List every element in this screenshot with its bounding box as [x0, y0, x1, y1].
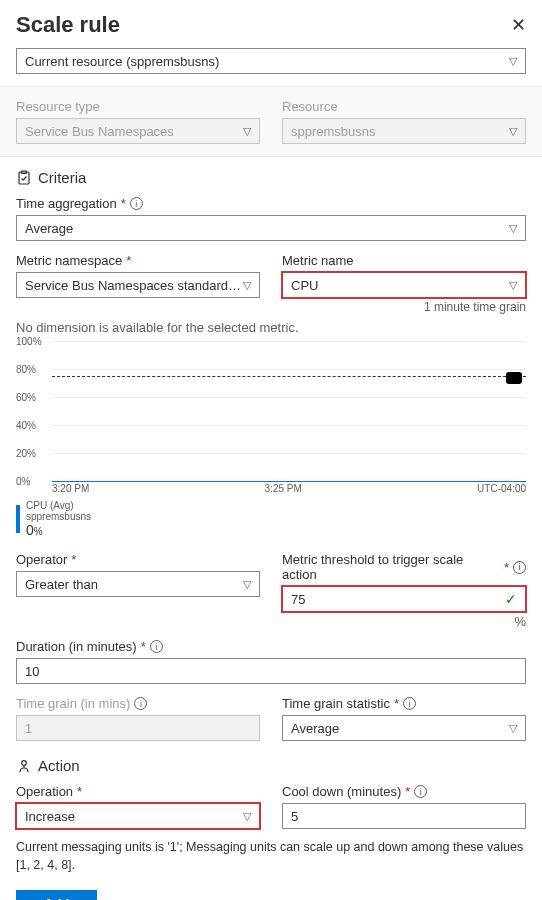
- threshold-label: Metric threshold to trigger scale action: [282, 552, 500, 582]
- chevron-down-icon: ▽: [243, 810, 251, 823]
- legend-series-resource: sppremsbusns: [26, 511, 91, 522]
- time-grain-mins-input: 1: [16, 715, 260, 741]
- duration-input[interactable]: 10: [16, 658, 526, 684]
- chart-timezone: UTC-04:00: [477, 483, 526, 494]
- metric-name-label: Metric name: [282, 253, 354, 268]
- legend-series-name: CPU (Avg): [26, 500, 91, 511]
- operation-value: Increase: [25, 809, 75, 824]
- info-icon[interactable]: i: [403, 697, 416, 710]
- metric-namespace-label: Metric namespace: [16, 253, 122, 268]
- duration-label: Duration (in minutes): [16, 639, 137, 654]
- cooldown-label: Cool down (minutes): [282, 784, 401, 799]
- required-marker: *: [504, 560, 509, 575]
- chevron-down-icon: ▽: [509, 55, 517, 68]
- time-grain-mins-value: 1: [25, 721, 32, 736]
- checkmark-icon: ✓: [505, 591, 517, 607]
- time-grain-mins-label: Time grain (in mins): [16, 696, 130, 711]
- threshold-input[interactable]: 75 ✓: [282, 586, 526, 612]
- metric-chart: 100% 80% 60% 40% 20% 0%: [16, 341, 526, 481]
- duration-value: 10: [25, 664, 39, 679]
- info-icon[interactable]: i: [134, 697, 147, 710]
- resource-scope-select[interactable]: Current resource (sppremsbusns) ▽: [16, 48, 526, 74]
- scaling-note: Current messaging units is '1'; Messagin…: [16, 839, 526, 874]
- no-dimension-note: No dimension is available for the select…: [16, 320, 526, 335]
- chevron-down-icon: ▽: [509, 722, 517, 735]
- resource-value: sppremsbusns: [291, 124, 376, 139]
- time-grain-note: 1 minute time grain: [282, 300, 526, 314]
- required-marker: *: [126, 253, 131, 268]
- required-marker: *: [141, 639, 146, 654]
- x-tick: 3:25 PM: [265, 483, 302, 494]
- y-tick: 60%: [16, 392, 36, 403]
- cooldown-value: 5: [291, 809, 298, 824]
- resource-select: sppremsbusns ▽: [282, 118, 526, 144]
- info-icon[interactable]: i: [414, 785, 427, 798]
- time-aggregation-label: Time aggregation: [16, 196, 117, 211]
- legend-unit: %: [34, 526, 43, 537]
- time-grain-stat-select[interactable]: Average ▽: [282, 715, 526, 741]
- required-marker: *: [121, 196, 126, 211]
- clipboard-check-icon: [16, 170, 32, 186]
- operator-label: Operator: [16, 552, 67, 567]
- threshold-value: 75: [291, 592, 305, 607]
- threshold-unit: %: [282, 614, 526, 629]
- required-marker: *: [71, 552, 76, 567]
- metric-name-value: CPU: [291, 278, 318, 293]
- y-tick: 80%: [16, 364, 36, 375]
- chevron-down-icon: ▽: [243, 578, 251, 591]
- resource-type-label: Resource type: [16, 99, 260, 114]
- resource-type-value: Service Bus Namespaces: [25, 124, 174, 139]
- close-icon[interactable]: ✕: [511, 14, 526, 36]
- panel-title: Scale rule: [16, 12, 120, 38]
- chevron-down-icon: ▽: [243, 279, 251, 292]
- chart-tooltip-marker: [506, 372, 522, 384]
- action-heading: Action: [38, 757, 80, 774]
- resource-type-select: Service Bus Namespaces ▽: [16, 118, 260, 144]
- operation-select[interactable]: Increase ▽: [16, 803, 260, 829]
- y-tick: 100%: [16, 336, 42, 347]
- threshold-line: [52, 376, 526, 377]
- metric-namespace-select[interactable]: Service Bus Namespaces standard me... ▽: [16, 272, 260, 298]
- info-icon[interactable]: i: [130, 197, 143, 210]
- operator-value: Greater than: [25, 577, 98, 592]
- chart-legend: CPU (Avg) sppremsbusns 0%: [16, 500, 526, 538]
- series-line: [52, 481, 526, 482]
- required-marker: *: [405, 784, 410, 799]
- time-grain-stat-value: Average: [291, 721, 339, 736]
- action-icon: [16, 758, 32, 774]
- legend-current-value: 0: [26, 522, 34, 538]
- info-icon[interactable]: i: [513, 561, 526, 574]
- legend-color-swatch: [16, 505, 20, 533]
- chevron-down-icon: ▽: [243, 125, 251, 138]
- time-aggregation-select[interactable]: Average ▽: [16, 215, 526, 241]
- y-tick: 40%: [16, 420, 36, 431]
- chevron-down-icon: ▽: [509, 125, 517, 138]
- operation-label: Operation: [16, 784, 73, 799]
- metric-name-select[interactable]: CPU ▽: [282, 272, 526, 298]
- resource-scope-value: Current resource (sppremsbusns): [25, 54, 219, 69]
- required-marker: *: [77, 784, 82, 799]
- cooldown-input[interactable]: 5: [282, 803, 526, 829]
- criteria-heading: Criteria: [38, 169, 86, 186]
- chevron-down-icon: ▽: [509, 279, 517, 292]
- required-marker: *: [394, 696, 399, 711]
- operator-select[interactable]: Greater than ▽: [16, 571, 260, 597]
- time-aggregation-value: Average: [25, 221, 73, 236]
- y-tick: 20%: [16, 448, 36, 459]
- info-icon[interactable]: i: [150, 640, 163, 653]
- svg-point-2: [22, 760, 27, 765]
- chevron-down-icon: ▽: [509, 222, 517, 235]
- resource-label: Resource: [282, 99, 526, 114]
- metric-namespace-value: Service Bus Namespaces standard me...: [25, 278, 243, 293]
- add-button[interactable]: Add: [16, 890, 97, 900]
- time-grain-stat-label: Time grain statistic: [282, 696, 390, 711]
- x-tick: 3:20 PM: [52, 483, 89, 494]
- y-tick: 0%: [16, 476, 30, 487]
